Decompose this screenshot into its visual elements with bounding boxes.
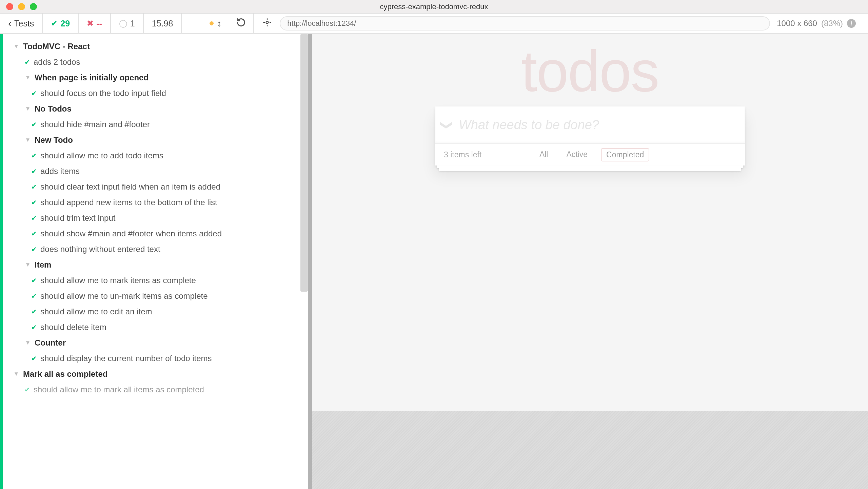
- stat-failed: ✖ --: [79, 14, 111, 33]
- x-icon: ✖: [87, 19, 94, 28]
- test-title: should hide #main and #footer: [40, 120, 150, 129]
- test-title: should allow me to mark items as complet…: [40, 276, 196, 285]
- viewport-scale: (83%): [821, 19, 843, 28]
- check-icon: ✔: [31, 245, 37, 253]
- failed-count: --: [96, 19, 102, 28]
- test-should-show-main-and-footer-when-items-added[interactable]: ✔should show #main and #footer when item…: [0, 226, 308, 241]
- chevron-down-icon: ▼: [13, 43, 20, 50]
- filter-completed[interactable]: Completed: [601, 148, 649, 161]
- describe-item[interactable]: ▼Item: [0, 257, 308, 273]
- test-should-hide-main-and-footer[interactable]: ✔should hide #main and #footer: [0, 117, 308, 132]
- test-should-append-new-items-to-the-bottom-of-the-list[interactable]: ✔should append new items to the bottom o…: [0, 195, 308, 210]
- todoapp: ❯ What needs to be done? 3 items left Al…: [435, 106, 745, 165]
- refresh-icon: [236, 18, 246, 29]
- test-adds-2-todos[interactable]: ✔adds 2 todos: [0, 54, 308, 70]
- selector-playground-button[interactable]: [261, 18, 273, 29]
- describe-title: Mark all as completed: [23, 369, 107, 379]
- aut-overflow-area: [312, 411, 868, 489]
- pending-count: 1: [130, 19, 135, 28]
- rerun-button[interactable]: [229, 18, 253, 29]
- aut-preview-pane: todos ❯ What needs to be done? 3 items l…: [312, 34, 868, 489]
- viewport-info[interactable]: 1000 x 660 (83%) i: [777, 19, 861, 28]
- describe-title: TodoMVC - React: [23, 42, 90, 51]
- chevron-down-icon: ▼: [24, 105, 31, 112]
- check-icon: ✔: [24, 386, 30, 394]
- check-icon: ✔: [31, 308, 37, 316]
- test-adds-items[interactable]: ✔adds items: [0, 163, 308, 179]
- describe-title: Counter: [35, 338, 66, 348]
- check-icon: ✔: [31, 230, 37, 238]
- test-title: should delete item: [40, 322, 106, 332]
- chevron-down-icon: ❯: [440, 120, 454, 130]
- test-does-nothing-without-entered-text[interactable]: ✔does nothing without entered text: [0, 241, 308, 257]
- viewport-dimensions: 1000 x 660: [777, 19, 817, 28]
- check-icon: ✔: [24, 58, 30, 66]
- test-reporter: ▼TodoMVC - React✔adds 2 todos▼When page …: [0, 34, 308, 489]
- minimize-window-button[interactable]: [18, 3, 25, 10]
- describe-mark-all-as-completed[interactable]: ▼Mark all as completed: [0, 366, 308, 382]
- describe-title: No Todos: [35, 104, 72, 114]
- check-icon: ✔: [31, 183, 37, 191]
- check-icon: ✔: [31, 167, 37, 175]
- chevron-down-icon: ▼: [13, 371, 20, 377]
- test-should-clear-text-input-field-when-an-item-is-added[interactable]: ✔should clear text input field when an i…: [0, 179, 308, 195]
- items-left-count: 3 items left: [444, 150, 481, 159]
- window-titlebar: cypress-example-todomvc-redux: [0, 0, 868, 14]
- chevron-down-icon: ▼: [24, 74, 31, 81]
- chevron-down-icon: ▼: [24, 339, 31, 346]
- aut-viewport: todos ❯ What needs to be done? 3 items l…: [312, 34, 868, 403]
- duration-value: 15.98: [152, 19, 173, 28]
- passed-count: 29: [60, 19, 70, 28]
- test-title: should allow me to edit an item: [40, 307, 152, 316]
- scrollbar-thumb[interactable]: [300, 34, 308, 292]
- test-title: should focus on the todo input field: [40, 89, 166, 98]
- circle-icon: ◯: [119, 19, 127, 28]
- test-should-display-the-current-number-of-todo-items[interactable]: ✔should display the current number of to…: [0, 351, 308, 366]
- crosshair-icon: [262, 18, 272, 30]
- url-text: http://localhost:1234/: [287, 19, 356, 28]
- check-icon: ✔: [31, 276, 37, 285]
- back-label: Tests: [14, 19, 34, 28]
- filter-all[interactable]: All: [535, 148, 553, 161]
- todoapp-heading: todos: [312, 38, 868, 104]
- new-todo-input[interactable]: What needs to be done?: [459, 118, 745, 132]
- check-icon: ✔: [31, 89, 37, 97]
- window-title: cypress-example-todomvc-redux: [0, 2, 868, 11]
- test-should-allow-me-to-mark-all-items-as-completed[interactable]: ✔should allow me to mark all items as co…: [0, 382, 308, 397]
- close-window-button[interactable]: [6, 3, 13, 10]
- check-icon: ✔: [31, 198, 37, 207]
- test-should-allow-me-to-mark-items-as-complete[interactable]: ✔should allow me to mark items as comple…: [0, 273, 308, 288]
- check-icon: ✔: [31, 354, 37, 363]
- arrows-vertical-icon: ↕: [217, 18, 221, 29]
- test-title: should display the current number of tod…: [40, 354, 212, 363]
- toggle-all-button[interactable]: ❯: [435, 118, 459, 132]
- describe-counter[interactable]: ▼Counter: [0, 335, 308, 351]
- test-should-allow-me-to-un-mark-items-as-complete[interactable]: ✔should allow me to un-mark items as com…: [0, 288, 308, 304]
- chevron-down-icon: ▼: [24, 261, 31, 268]
- url-display[interactable]: http://localhost:1234/: [280, 16, 770, 31]
- describe-new-todo[interactable]: ▼New Todo: [0, 132, 308, 148]
- test-should-allow-me-to-add-todo-items[interactable]: ✔should allow me to add todo items: [0, 148, 308, 163]
- test-should-allow-me-to-edit-an-item[interactable]: ✔should allow me to edit an item: [0, 304, 308, 319]
- describe-no-todos[interactable]: ▼No Todos: [0, 101, 308, 117]
- test-should-focus-on-the-todo-input-field[interactable]: ✔should focus on the todo input field: [0, 85, 308, 101]
- check-icon: ✔: [31, 292, 37, 300]
- test-should-delete-item[interactable]: ✔should delete item: [0, 319, 308, 335]
- runner-toolbar: ‹ Tests ✔ 29 ✖ -- ◯ 1 15.98 ↕: [0, 14, 868, 34]
- back-to-tests-button[interactable]: ‹ Tests: [0, 14, 43, 33]
- test-title: should allow me to mark all items as com…: [34, 385, 204, 394]
- describe-title: Item: [35, 260, 51, 270]
- describe-title: New Todo: [35, 135, 73, 145]
- check-icon: ✔: [31, 214, 37, 222]
- reporter-pass-bar: [0, 34, 3, 489]
- describe-when-page-is-initially-opened[interactable]: ▼When page is initially opened: [0, 70, 308, 85]
- zoom-window-button[interactable]: [30, 3, 37, 10]
- pane-resizer[interactable]: [308, 34, 312, 489]
- filter-active[interactable]: Active: [561, 148, 592, 161]
- test-title: adds 2 todos: [34, 57, 80, 67]
- test-title: should append new items to the bottom of…: [40, 198, 217, 207]
- auto-scroll-toggle[interactable]: ↕: [202, 18, 229, 29]
- status-dot-icon: [210, 21, 214, 25]
- test-should-trim-text-input[interactable]: ✔should trim text input: [0, 210, 308, 226]
- describe-todomvc-react[interactable]: ▼TodoMVC - React: [0, 39, 308, 54]
